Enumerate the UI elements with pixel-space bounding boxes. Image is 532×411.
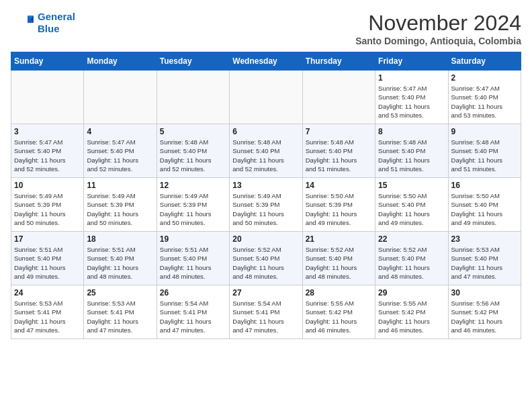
calendar-cell (157, 71, 229, 124)
page-header: General Blue November 2024 Santo Domingo… (11, 11, 521, 46)
day-info: Sunrise: 5:52 AM Sunset: 5:40 PM Dayligh… (306, 245, 372, 281)
day-info: Sunrise: 5:53 AM Sunset: 5:41 PM Dayligh… (87, 299, 153, 334)
calendar-table: SundayMondayTuesdayWednesdayThursdayFrid… (11, 52, 521, 339)
day-number: 24 (14, 288, 81, 298)
calendar-cell (84, 71, 157, 124)
calendar-cell: 18Sunrise: 5:51 AM Sunset: 5:40 PM Dayli… (84, 232, 157, 285)
calendar-cell: 26Sunrise: 5:54 AM Sunset: 5:41 PM Dayli… (157, 285, 229, 339)
calendar-cell: 29Sunrise: 5:55 AM Sunset: 5:42 PM Dayli… (375, 285, 448, 339)
calendar-cell: 12Sunrise: 5:49 AM Sunset: 5:39 PM Dayli… (157, 178, 229, 232)
calendar-cell: 14Sunrise: 5:50 AM Sunset: 5:39 PM Dayli… (302, 178, 375, 232)
calendar-cell: 27Sunrise: 5:54 AM Sunset: 5:41 PM Dayli… (230, 285, 302, 339)
day-number: 28 (306, 288, 372, 298)
day-info: Sunrise: 5:49 AM Sunset: 5:39 PM Dayligh… (160, 191, 226, 227)
day-info: Sunrise: 5:48 AM Sunset: 5:40 PM Dayligh… (306, 138, 372, 173)
calendar-week-row: 17Sunrise: 5:51 AM Sunset: 5:40 PM Dayli… (11, 232, 521, 285)
month-title: November 2024 (355, 11, 521, 36)
day-number: 9 (451, 127, 518, 136)
calendar-cell: 25Sunrise: 5:53 AM Sunset: 5:41 PM Dayli… (84, 285, 157, 339)
calendar-cell: 15Sunrise: 5:50 AM Sunset: 5:40 PM Dayli… (375, 178, 448, 232)
calendar-cell: 16Sunrise: 5:50 AM Sunset: 5:40 PM Dayli… (448, 178, 521, 232)
weekday-header: Monday (84, 52, 157, 71)
day-number: 23 (451, 234, 518, 244)
logo-line2: Blue (38, 23, 60, 34)
day-info: Sunrise: 5:47 AM Sunset: 5:40 PM Dayligh… (378, 84, 445, 120)
day-info: Sunrise: 5:49 AM Sunset: 5:39 PM Dayligh… (232, 191, 299, 227)
day-info: Sunrise: 5:47 AM Sunset: 5:40 PM Dayligh… (14, 138, 81, 173)
calendar-cell: 3Sunrise: 5:47 AM Sunset: 5:40 PM Daylig… (11, 124, 84, 178)
location: Santo Domingo, Antioquia, Colombia (355, 36, 521, 46)
day-info: Sunrise: 5:50 AM Sunset: 5:40 PM Dayligh… (378, 191, 445, 227)
day-info: Sunrise: 5:48 AM Sunset: 5:40 PM Dayligh… (160, 138, 226, 173)
calendar-cell: 10Sunrise: 5:49 AM Sunset: 5:39 PM Dayli… (11, 178, 84, 232)
weekday-header: Wednesday (230, 52, 302, 71)
weekday-header: Tuesday (157, 52, 229, 71)
day-number: 27 (232, 288, 299, 298)
calendar-week-row: 24Sunrise: 5:53 AM Sunset: 5:41 PM Dayli… (11, 285, 521, 339)
day-info: Sunrise: 5:55 AM Sunset: 5:42 PM Dayligh… (306, 299, 372, 334)
weekday-header: Friday (375, 52, 448, 71)
logo-line1: General (38, 11, 75, 22)
day-number: 29 (378, 288, 445, 298)
calendar-cell: 23Sunrise: 5:53 AM Sunset: 5:40 PM Dayli… (448, 232, 521, 285)
day-info: Sunrise: 5:48 AM Sunset: 5:40 PM Dayligh… (451, 138, 518, 173)
title-block: November 2024 Santo Domingo, Antioquia, … (355, 11, 521, 46)
calendar-cell: 11Sunrise: 5:49 AM Sunset: 5:39 PM Dayli… (84, 178, 157, 232)
day-info: Sunrise: 5:50 AM Sunset: 5:40 PM Dayligh… (451, 191, 518, 227)
day-number: 5 (160, 127, 226, 136)
day-number: 30 (451, 288, 518, 298)
day-number: 3 (14, 127, 81, 136)
weekday-header: Sunday (11, 52, 84, 71)
day-number: 4 (87, 127, 153, 136)
calendar-cell: 13Sunrise: 5:49 AM Sunset: 5:39 PM Dayli… (230, 178, 302, 232)
day-number: 19 (160, 234, 226, 244)
logo-text: General Blue (38, 11, 75, 35)
calendar-cell: 7Sunrise: 5:48 AM Sunset: 5:40 PM Daylig… (302, 124, 375, 178)
day-info: Sunrise: 5:48 AM Sunset: 5:40 PM Dayligh… (378, 138, 445, 173)
day-number: 14 (306, 181, 372, 190)
weekday-header: Thursday (302, 52, 375, 71)
day-info: Sunrise: 5:52 AM Sunset: 5:40 PM Dayligh… (232, 245, 299, 281)
logo-icon (11, 13, 35, 32)
logo: General Blue (11, 11, 75, 35)
calendar-cell: 5Sunrise: 5:48 AM Sunset: 5:40 PM Daylig… (157, 124, 229, 178)
day-number: 11 (87, 181, 153, 190)
day-number: 22 (378, 234, 445, 244)
day-number: 15 (378, 181, 445, 190)
day-info: Sunrise: 5:51 AM Sunset: 5:40 PM Dayligh… (14, 245, 81, 281)
calendar-cell (302, 71, 375, 124)
calendar-cell (230, 71, 302, 124)
day-info: Sunrise: 5:49 AM Sunset: 5:39 PM Dayligh… (87, 191, 153, 227)
calendar-cell: 2Sunrise: 5:47 AM Sunset: 5:40 PM Daylig… (448, 71, 521, 124)
day-number: 7 (306, 127, 372, 136)
day-number: 1 (378, 73, 445, 83)
day-info: Sunrise: 5:47 AM Sunset: 5:40 PM Dayligh… (451, 84, 518, 120)
day-info: Sunrise: 5:52 AM Sunset: 5:40 PM Dayligh… (378, 245, 445, 281)
day-number: 16 (451, 181, 518, 190)
calendar-cell: 28Sunrise: 5:55 AM Sunset: 5:42 PM Dayli… (302, 285, 375, 339)
day-number: 12 (160, 181, 226, 190)
day-info: Sunrise: 5:55 AM Sunset: 5:42 PM Dayligh… (378, 299, 445, 334)
day-number: 26 (160, 288, 226, 298)
calendar-cell: 17Sunrise: 5:51 AM Sunset: 5:40 PM Dayli… (11, 232, 84, 285)
day-number: 2 (451, 73, 518, 83)
calendar-week-row: 10Sunrise: 5:49 AM Sunset: 5:39 PM Dayli… (11, 178, 521, 232)
weekday-header: Saturday (448, 52, 521, 71)
day-info: Sunrise: 5:49 AM Sunset: 5:39 PM Dayligh… (14, 191, 81, 227)
calendar-cell: 9Sunrise: 5:48 AM Sunset: 5:40 PM Daylig… (448, 124, 521, 178)
day-number: 25 (87, 288, 153, 298)
calendar-cell: 30Sunrise: 5:56 AM Sunset: 5:42 PM Dayli… (448, 285, 521, 339)
calendar-cell: 4Sunrise: 5:47 AM Sunset: 5:40 PM Daylig… (84, 124, 157, 178)
calendar-week-row: 1Sunrise: 5:47 AM Sunset: 5:40 PM Daylig… (11, 71, 521, 124)
day-number: 6 (232, 127, 299, 136)
calendar-cell: 24Sunrise: 5:53 AM Sunset: 5:41 PM Dayli… (11, 285, 84, 339)
calendar-cell: 22Sunrise: 5:52 AM Sunset: 5:40 PM Dayli… (375, 232, 448, 285)
day-number: 18 (87, 234, 153, 244)
day-info: Sunrise: 5:48 AM Sunset: 5:40 PM Dayligh… (232, 138, 299, 173)
day-info: Sunrise: 5:53 AM Sunset: 5:40 PM Dayligh… (451, 245, 518, 281)
calendar-cell: 20Sunrise: 5:52 AM Sunset: 5:40 PM Dayli… (230, 232, 302, 285)
day-info: Sunrise: 5:50 AM Sunset: 5:39 PM Dayligh… (306, 191, 372, 227)
day-info: Sunrise: 5:51 AM Sunset: 5:40 PM Dayligh… (160, 245, 226, 281)
day-number: 13 (232, 181, 299, 190)
day-info: Sunrise: 5:53 AM Sunset: 5:41 PM Dayligh… (14, 299, 81, 334)
